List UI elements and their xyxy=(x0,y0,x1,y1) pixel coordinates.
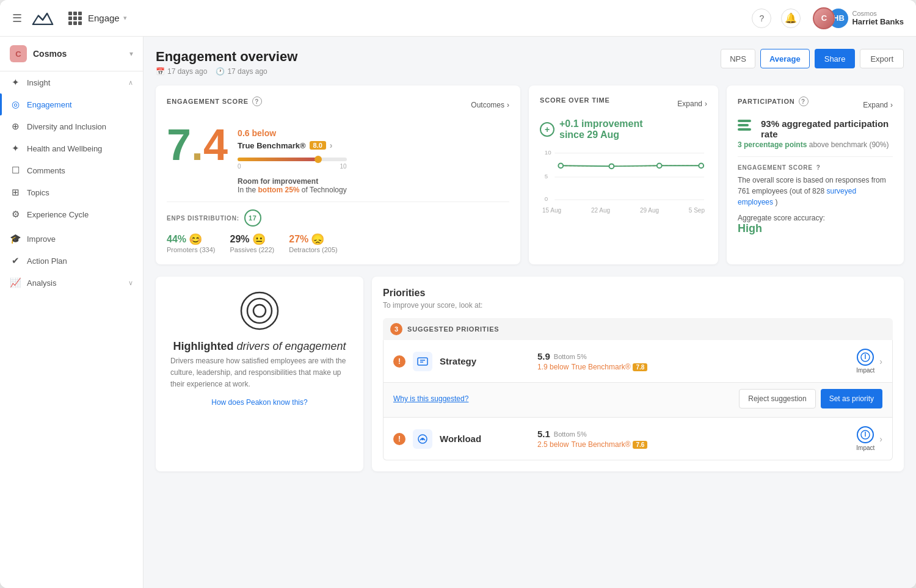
score-display: 7 . 4 0.6 below True Benchmark® 8.0 › xyxy=(167,120,509,194)
sidebar-item-experience-cycle[interactable]: ⚙ Experience Cycle xyxy=(0,203,143,225)
sidebar-item-topics[interactable]: ⊞ Topics xyxy=(0,181,143,203)
enps-stats: 44% 😊 Promoters (334) 29% 😐 xyxy=(167,233,509,253)
page-title-area: Engagement overview 📅 17 days ago 🕐 17 d… xyxy=(156,49,297,76)
share-button[interactable]: Share xyxy=(815,49,856,68)
bar-marker xyxy=(314,156,322,163)
sidebar-item-health[interactable]: ✦ Health and Wellbeing xyxy=(0,137,143,159)
priority-item-workload: ! Workload xyxy=(383,418,893,460)
app-name[interactable]: Engage ▾ xyxy=(68,12,127,25)
svg-point-6 xyxy=(558,163,563,168)
passives-icon: 😐 xyxy=(252,233,266,246)
set-priority-button[interactable]: Set as priority xyxy=(821,389,882,408)
suggested-priorities-section: 3 SUGGESTED PRIORITIES ! xyxy=(383,318,893,460)
svg-text:0: 0 xyxy=(545,195,548,202)
peakon-link[interactable]: How does Peakon know this? xyxy=(211,398,307,407)
hamburger-icon[interactable]: ☰ xyxy=(12,12,22,25)
avatar-secondary: C xyxy=(813,7,835,29)
suggested-label: SUGGESTED PRIORITIES xyxy=(407,325,499,333)
bar-track xyxy=(238,158,347,161)
user-info: Cosmos Harriet Banks xyxy=(852,10,904,26)
enps-badge: 17 xyxy=(244,209,261,227)
participation-card: PARTICIPATION ? Expand › xyxy=(727,85,904,264)
engagement-score-sub-label: ENGAGEMENT SCORE ? xyxy=(738,164,893,171)
outcomes-link[interactable]: Outcomes › xyxy=(471,101,509,109)
sidebar-item-comments[interactable]: ☐ Comments xyxy=(0,159,143,181)
help-button[interactable]: ? xyxy=(752,9,771,28)
strategy-icon xyxy=(413,352,432,371)
reject-suggestion-button[interactable]: Reject suggestion xyxy=(739,389,815,408)
svg-text:10: 10 xyxy=(545,149,551,156)
workload-alert-icon: ! xyxy=(393,433,405,445)
sidebar-section-insight[interactable]: ✦ Insight ∧ xyxy=(0,71,143,93)
strategy-expand-chevron[interactable]: › xyxy=(879,357,882,366)
drivers-panel: Highlighted drivers of engagement Driver… xyxy=(156,277,363,471)
accuracy-label: Aggregate score accuracy: xyxy=(738,214,893,222)
top-nav: ☰ Engage ▾ ? 🔔 C HB xyxy=(0,0,916,37)
priority-row-workload: ! Workload xyxy=(393,426,882,451)
sidebar-item-action-plan[interactable]: ✔ Action Plan xyxy=(0,250,143,272)
average-toggle-button[interactable]: Average xyxy=(760,49,810,68)
improve-icon: 🎓 xyxy=(10,233,21,244)
chart-dates: 15 Aug 22 Aug 29 Aug 5 Sep xyxy=(540,207,707,214)
enps-section: eNPS DISTRIBUTION: 17 44% 😊 xyxy=(167,201,509,253)
score-bar: 0 10 xyxy=(238,158,347,170)
improvement-text-big: +0.1 improvement since 29 Aug xyxy=(559,118,643,140)
priorities-title: Priorities xyxy=(383,288,893,299)
priority-item-strategy: ! Strategy xyxy=(383,340,893,383)
engagement-score-help[interactable]: ? xyxy=(252,96,262,106)
meta-clock: 🕐 17 days ago xyxy=(216,67,267,76)
participation-help[interactable]: ? xyxy=(799,96,809,106)
participation-above-benchmark: 3 percentage points above benchmark (90%… xyxy=(738,140,893,149)
workload-actions: Impact › xyxy=(856,426,882,451)
page-header: Engagement overview 📅 17 days ago 🕐 17 d… xyxy=(156,49,904,76)
sidebar-item-diversity[interactable]: ⊕ Diversity and Inclusion xyxy=(0,115,143,137)
analysis-icon: 📈 xyxy=(10,277,21,288)
page-title: Engagement overview xyxy=(156,49,297,65)
notifications-button[interactable]: 🔔 xyxy=(781,9,801,28)
grid-icon xyxy=(68,12,82,25)
sidebar-item-improve[interactable]: 🎓 Improve xyxy=(0,228,143,250)
workload-icon xyxy=(413,429,432,449)
score-benchmark: True Benchmark® 8.0 › xyxy=(238,140,347,150)
score-over-time-header: SCORE OVER TIME Expand › xyxy=(540,96,707,111)
bar-fill xyxy=(238,158,318,161)
sidebar-item-analysis[interactable]: 📈 Analysis ∨ xyxy=(0,272,143,294)
svg-point-20 xyxy=(421,438,424,440)
svg-point-23 xyxy=(865,432,866,433)
meta-calendar: 📅 17 days ago xyxy=(156,67,207,76)
sidebar-item-engagement[interactable]: ◎ Engagement xyxy=(0,93,143,115)
svg-point-7 xyxy=(609,164,614,169)
workload-impact-icon xyxy=(857,426,874,443)
enps-promoters: 44% 😊 Promoters (334) xyxy=(167,233,215,253)
target-icon xyxy=(240,291,279,330)
detractors-icon: 😞 xyxy=(311,233,324,246)
participation-expand[interactable]: Expand › xyxy=(863,101,893,109)
cards-row: ENGAGEMENT SCORE ? Outcomes › 7 . 4 xyxy=(156,85,904,264)
workload-expand-chevron[interactable]: › xyxy=(879,434,882,444)
strategy-impact-button[interactable]: Impact xyxy=(856,349,874,374)
lower-section: Highlighted drivers of engagement Driver… xyxy=(156,277,904,471)
why-suggested-link[interactable]: Why is this suggested? xyxy=(393,394,468,403)
nps-toggle-button[interactable]: NPS xyxy=(721,49,755,68)
strategy-name: Strategy xyxy=(440,356,525,366)
chart-area: 10 5 0 xyxy=(540,148,707,209)
svg-point-18 xyxy=(865,354,866,355)
impact-icon xyxy=(857,349,874,366)
strategy-score: 5.9 Bottom 5% 1.9 below True Benchmark® … xyxy=(537,351,647,371)
workload-score: 5.1 Bottom 5% 2.5 below True Benchmark® … xyxy=(537,429,647,449)
score-over-time-expand[interactable]: Expand › xyxy=(677,100,707,108)
engagement-score-card: ENGAGEMENT SCORE ? Outcomes › 7 . 4 xyxy=(156,85,520,264)
workload-impact-button[interactable]: Impact xyxy=(856,426,874,451)
svg-point-8 xyxy=(657,163,662,168)
enps-label: eNPS DISTRIBUTION: 17 xyxy=(167,209,509,227)
bar-labels: 0 10 xyxy=(238,163,347,170)
benchmark-info-icon[interactable]: › xyxy=(330,140,333,150)
header-actions: NPS Average Share Export xyxy=(721,49,904,68)
priority-row-strategy: ! Strategy xyxy=(393,349,882,374)
engagement-score-label: ENGAGEMENT SCORE ? xyxy=(167,96,262,106)
org-selector[interactable]: C Cosmos ▾ xyxy=(0,37,143,71)
strategy-actions: Impact › xyxy=(856,349,882,374)
strategy-expand-row: Why is this suggested? Reject suggestion… xyxy=(383,383,893,418)
export-button[interactable]: Export xyxy=(860,49,904,68)
eng-score-help[interactable]: ? xyxy=(816,164,821,171)
